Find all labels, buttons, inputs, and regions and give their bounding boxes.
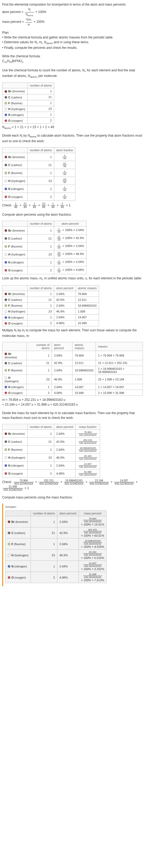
element-color-dot: [4, 156, 7, 158]
table-row: F (fluorine)1149: [2, 169, 76, 177]
table-row: O (oxygen)24.08%15.999: [2, 320, 99, 326]
element-color-dot: [4, 180, 7, 182]
table-row: N (nitrogen)12.04%14.007420.322403163: [2, 462, 100, 469]
table-row: F (fluorine)1: [2, 100, 54, 106]
element-cell: Br (bromine): [2, 430, 28, 438]
element-cell: C (carbon): [2, 161, 28, 169]
table-row: C (carbon)21: [2, 94, 54, 100]
element-color-dot: [4, 369, 7, 372]
element-color-dot: [4, 108, 7, 111]
element-color-dot: [4, 299, 7, 301]
element-cell: F (fluorine): [2, 243, 28, 250]
table-row: O (oxygen)24.08%15.9992 × 15.999 = 31.99…: [2, 390, 143, 396]
element-color-dot: [4, 464, 7, 467]
element-color-dot: [4, 376, 7, 379]
table-row: C (carbon)2142.9%12.01121 × 12.011 = 252…: [2, 360, 143, 366]
element-cell: Br (bromine): [2, 226, 28, 235]
element-cell: Br (bromine): [2, 351, 27, 360]
element-color-dot: [4, 362, 7, 365]
atom-percent-table: number of atomsatom percent Br (bromine)…: [2, 221, 87, 274]
atom-percent-formula: atom percent = NiNatoms × 100%: [2, 7, 143, 17]
table-row: N (nitrogen)1149: [2, 185, 76, 193]
element-color-dot: [4, 440, 7, 443]
plan-heading: Plan:: [2, 30, 143, 35]
table-row: F (fluorine)1149 × 100% = 2.04%: [2, 243, 87, 250]
table-row: C (carbon)212149: [2, 161, 76, 169]
element-color-dot: [4, 432, 7, 435]
plan-bullet-3: • Finally, compute the percents and chec…: [2, 45, 143, 50]
element-cell: O (oxygen): [2, 390, 27, 396]
element-cell: H (hydrogen): [2, 375, 27, 384]
table-row: C (carbon)2142.9%12.011: [2, 297, 99, 303]
element-color-dot: [4, 172, 7, 174]
element-cell: H (hydrogen): [2, 177, 28, 185]
element-color-dot: [4, 304, 7, 307]
chemical-formula: C21H23BrFNO2: [2, 59, 143, 64]
table-row: C (carbon)2142.9%252.231420.322403163× 1…: [6, 527, 107, 538]
element-cell: H (hydrogen): [2, 454, 28, 462]
element-cell: C (carbon): [2, 235, 28, 243]
element-color-dot: [4, 261, 7, 264]
element-color-dot: [4, 456, 7, 459]
element-color-dot: [4, 310, 7, 313]
element-color-dot: [4, 269, 7, 272]
table-row: Br (bromine)12.04%79.9041 × 79.904 = 79.…: [2, 351, 143, 360]
element-cell: F (fluorine): [2, 169, 28, 177]
element-cell: F (fluorine): [2, 303, 28, 309]
element-color-dot: [4, 245, 7, 248]
table-row: H (hydrogen)232349: [2, 177, 76, 185]
table-row: H (hydrogen)2346.9%23.184420.322403163: [2, 454, 100, 462]
element-cell: N (nitrogen): [2, 462, 28, 469]
element-color-dot: [4, 472, 7, 475]
element-cell: C (carbon): [6, 527, 31, 538]
element-color-dot: [8, 576, 10, 579]
element-cell: N (nitrogen): [2, 314, 28, 320]
element-color-dot: [4, 392, 7, 394]
table-row: C (carbon)212149 × 100% = 42.9%: [2, 235, 87, 243]
table-row: F (fluorine)12.04%18.998403163420.322403…: [2, 446, 100, 454]
element-color-dot: [4, 102, 7, 104]
table-row: H (hydrogen)2346.9%1.00823 × 1.008 = 23.…: [2, 375, 143, 384]
table-row: N (nitrogen)1: [2, 112, 54, 118]
count-intro: Use the chemical formula to count the nu…: [2, 68, 143, 79]
table-row: H (hydrogen)232349 × 100% = 46.9%: [2, 250, 87, 258]
element-color-dot: [4, 316, 7, 319]
atomic-mass-table: number of atomsatom percentatomic mass/u…: [2, 285, 99, 326]
element-cell: N (nitrogen): [2, 112, 28, 118]
element-cell: N (nitrogen): [6, 561, 31, 572]
mass-percent-formula: mass percent = Nimim × 100%: [2, 18, 143, 27]
mass-percent-table: number of atomsatom percentmass percent …: [5, 510, 107, 583]
atoms-count-table: number of atoms Br (bromine)1C (carbon)2…: [2, 83, 54, 124]
table-row: H (hydrogen)23: [2, 106, 54, 112]
table-row: Br (bromine)1149: [2, 153, 76, 161]
element-cell: N (nitrogen): [2, 384, 27, 390]
element-cell: C (carbon): [2, 94, 28, 100]
plan-section: Plan: • Write the chemical formula and g…: [2, 30, 143, 50]
table-row: N (nitrogen)12.04%14.0071 × 14.007 = 14.…: [2, 384, 143, 390]
table-row: Br (bromine)1: [2, 88, 54, 94]
mass-intro: Look up the atomic mass, mi, in unified …: [2, 276, 143, 281]
element-cell: F (fluorine): [2, 446, 28, 454]
check-atom-fractions: Check: 149 + 2149 + 149 + 2349 + 149 + 2…: [2, 203, 143, 209]
element-color-dot: [4, 237, 7, 240]
table-row: O (oxygen)24.08%31.998420.322403163: [2, 469, 100, 477]
element-cell: H (hydrogen): [2, 309, 28, 314]
element-color-dot: [8, 565, 10, 568]
element-color-dot: [4, 195, 7, 198]
table-row: Br (bromine)12.04%79.904420.322403163: [2, 430, 100, 438]
table-row: H (hydrogen)2346.9%23.184420.322403163× …: [6, 550, 107, 561]
element-cell: C (carbon): [2, 297, 28, 303]
element-cell: O (oxygen): [2, 118, 28, 123]
element-color-dot: [8, 554, 10, 557]
formula-heading: Write the chemical formula:: [2, 54, 143, 59]
plan-bullet-2: • Determine values for Ni, mi, Natoms an…: [2, 40, 143, 45]
table-row: O (oxygen)2249: [2, 193, 76, 201]
table-row: F (fluorine)12.04%18.9984031631 × 18.998…: [2, 366, 143, 375]
element-cell: Br (bromine): [2, 291, 28, 297]
element-cell: O (oxygen): [2, 469, 28, 477]
element-color-dot: [4, 386, 7, 389]
table-row: O (oxygen)2249 × 100% = 4.08%: [2, 266, 87, 274]
element-cell: N (nitrogen): [2, 185, 28, 193]
element-color-dot: [8, 543, 10, 546]
element-cell: C (carbon): [2, 360, 27, 366]
